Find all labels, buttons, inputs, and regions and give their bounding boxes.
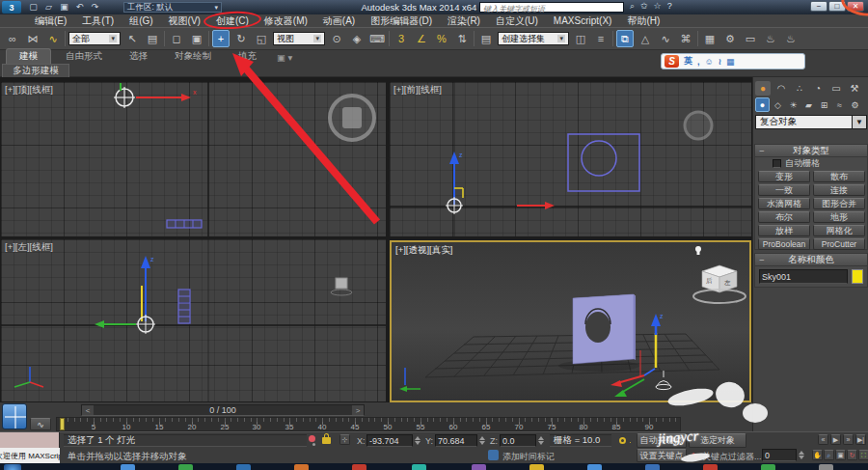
button-shapemerge[interactable]: 图形合并 bbox=[813, 198, 865, 209]
taskbar-app-icon[interactable] bbox=[236, 464, 251, 470]
hierarchy-tab-icon[interactable]: ∴ bbox=[792, 81, 807, 96]
button-loft[interactable]: 放样 bbox=[758, 225, 810, 236]
menu-create[interactable]: 创建(C) bbox=[208, 14, 257, 28]
modify-tab-icon[interactable]: ◠ bbox=[773, 81, 789, 96]
lights-category-icon[interactable]: ☀ bbox=[786, 97, 800, 112]
rendered-frame-window-icon[interactable]: ▭ bbox=[742, 30, 759, 47]
viewport-front[interactable]: [+][前][线框] z bbox=[389, 81, 752, 237]
utilities-tab-icon[interactable]: ⚒ bbox=[847, 81, 862, 96]
close-button[interactable]: ✕ bbox=[847, 1, 864, 12]
snaps-toggle-icon[interactable]: 3 bbox=[393, 30, 410, 47]
new-file-icon[interactable]: ▢ bbox=[27, 1, 40, 13]
render-production-icon[interactable]: ♨ bbox=[762, 30, 779, 47]
menu-rendering[interactable]: 渲染(R) bbox=[440, 14, 488, 28]
light-gizmo[interactable] bbox=[446, 197, 463, 214]
mini-curve-editor-button[interactable]: ∿ bbox=[30, 418, 51, 430]
menu-maxscript[interactable]: MAXScript(X) bbox=[546, 15, 620, 26]
wall-object[interactable] bbox=[573, 294, 636, 364]
taskbar-app-icon[interactable] bbox=[412, 464, 426, 470]
render-iterative-icon[interactable]: ♨ bbox=[782, 30, 800, 47]
maxscript-mini-listener[interactable] bbox=[0, 432, 60, 449]
taskbar-app-icon[interactable] bbox=[178, 464, 193, 470]
absolute-mode-toggle[interactable]: ⊹ bbox=[339, 434, 350, 445]
name-color-rollout-title[interactable]: − 名称和颜色 bbox=[755, 254, 867, 266]
named-selection-dropdown[interactable]: 创建选择集▾ bbox=[498, 32, 569, 45]
ribbon-tab-freeform[interactable]: 自由形式 bbox=[53, 49, 115, 64]
keyboard-shortcut-override-icon[interactable]: ⌨ bbox=[368, 30, 386, 47]
taskbar-app-icon[interactable] bbox=[587, 464, 602, 470]
light-gizmo[interactable] bbox=[656, 371, 671, 390]
redo-icon[interactable]: ↷ bbox=[89, 1, 101, 13]
navigation-ring[interactable] bbox=[685, 112, 712, 139]
open-file-icon[interactable]: ▱ bbox=[42, 1, 55, 13]
help-icon[interactable]: ? bbox=[667, 1, 672, 12]
motion-tab-icon[interactable]: ◔ bbox=[810, 81, 826, 96]
render-setup-icon[interactable]: ⚙ bbox=[721, 30, 739, 47]
wall-object-top-view[interactable] bbox=[167, 220, 202, 228]
create-tab-icon[interactable]: ● bbox=[755, 81, 771, 96]
exchange-icon[interactable]: ✩ bbox=[640, 1, 648, 12]
maxscript-welcome[interactable]: 欢迎使用 MAXScript bbox=[0, 448, 60, 463]
ribbon-tab-object-paint[interactable]: 对象绘制 bbox=[162, 49, 224, 64]
angle-snap-icon[interactable]: ∠ bbox=[413, 30, 430, 47]
time-slider-handle[interactable] bbox=[60, 418, 65, 430]
favorites-icon[interactable]: ☆ bbox=[654, 1, 662, 12]
ime-emoji-icon[interactable]: ☺ bbox=[705, 57, 714, 67]
track-bar[interactable]: 5 10 15 20 25 30 35 40 45 50 55 60 65 70… bbox=[56, 417, 681, 431]
x-coordinate-field[interactable] bbox=[366, 434, 413, 447]
orbit-icon[interactable]: ↻ bbox=[847, 450, 857, 460]
ribbon-tab-modeling[interactable]: 建模 bbox=[6, 48, 51, 64]
spacewarps-category-icon[interactable]: ≈ bbox=[832, 97, 847, 112]
set-key-button[interactable]: 设置关键点 bbox=[637, 449, 687, 462]
start-button[interactable] bbox=[4, 464, 21, 470]
viewport-top-label[interactable]: [+][顶][线框] bbox=[5, 84, 53, 97]
previous-frame-button[interactable]: < bbox=[82, 405, 94, 415]
menu-views[interactable]: 视图(V) bbox=[161, 14, 208, 28]
mirror-icon[interactable]: ◫ bbox=[572, 30, 589, 47]
wall-object-left-view[interactable] bbox=[178, 290, 190, 323]
align-icon[interactable]: ≡ bbox=[592, 30, 610, 47]
next-frame-button[interactable]: > bbox=[352, 405, 364, 415]
viewport-layout-tabs[interactable] bbox=[2, 403, 27, 429]
wall-object-front-view[interactable] bbox=[568, 134, 639, 191]
app-menu-button[interactable]: 3 bbox=[2, 1, 21, 14]
ime-language-toggle[interactable]: 英 bbox=[684, 55, 692, 68]
object-name-field[interactable] bbox=[759, 269, 848, 284]
go-to-end-icon[interactable]: ▶| bbox=[855, 434, 866, 445]
menu-animation[interactable]: 动画(A) bbox=[315, 14, 363, 28]
frame-spinner[interactable] bbox=[798, 449, 805, 461]
ribbon-more-dropdown-icon[interactable]: ▣ ▾ bbox=[271, 51, 298, 64]
x-spinner[interactable] bbox=[414, 434, 421, 447]
navigation-ring[interactable] bbox=[330, 96, 374, 140]
selection-filter-dropdown[interactable]: 全部▾ bbox=[68, 32, 121, 45]
menu-tools[interactable]: 工具(T) bbox=[74, 14, 122, 28]
taskbar-app-icon[interactable] bbox=[352, 464, 366, 470]
unlink-selection-icon[interactable]: ⋈ bbox=[24, 30, 41, 47]
z-spinner[interactable] bbox=[537, 434, 545, 447]
go-to-start-icon[interactable]: « bbox=[818, 434, 828, 445]
infocenter-search[interactable] bbox=[479, 2, 624, 13]
key-filters-label[interactable]: 关键点过滤器... bbox=[702, 451, 762, 463]
ribbon-panel-polygon-modeling[interactable]: 多边形建模 bbox=[2, 64, 69, 77]
object-color-swatch[interactable] bbox=[852, 269, 863, 284]
button-conform[interactable]: 一致 bbox=[758, 184, 810, 196]
viewcube[interactable]: 后 左 bbox=[693, 265, 746, 303]
workspace-dropdown[interactable]: 工作区: 默认▾ bbox=[123, 2, 222, 13]
taskbar-app-icon[interactable] bbox=[529, 464, 544, 470]
button-proboolean[interactable]: ProBoolean bbox=[758, 238, 810, 250]
autogrid-checkbox[interactable] bbox=[773, 159, 781, 168]
minimize-button[interactable]: − bbox=[810, 1, 827, 12]
select-by-name-icon[interactable]: ▤ bbox=[144, 30, 161, 47]
button-mesher[interactable]: 网格化 bbox=[813, 225, 865, 236]
zoom-extents-icon[interactable]: ▣ bbox=[835, 450, 846, 460]
search-input[interactable] bbox=[480, 5, 623, 14]
z-coordinate-field[interactable] bbox=[500, 434, 536, 447]
current-frame-field[interactable] bbox=[762, 449, 797, 461]
y-coordinate-field[interactable] bbox=[435, 434, 477, 447]
edit-named-selection-sets-icon[interactable]: ▤ bbox=[477, 30, 495, 47]
y-spinner[interactable] bbox=[478, 434, 486, 447]
object-type-rollout-title[interactable]: − 对象类型 bbox=[755, 145, 867, 157]
menu-customize[interactable]: 自定义(U) bbox=[488, 14, 546, 28]
button-procutter[interactable]: ProCutter bbox=[813, 238, 865, 250]
taskbar-app-icon[interactable] bbox=[121, 464, 135, 470]
